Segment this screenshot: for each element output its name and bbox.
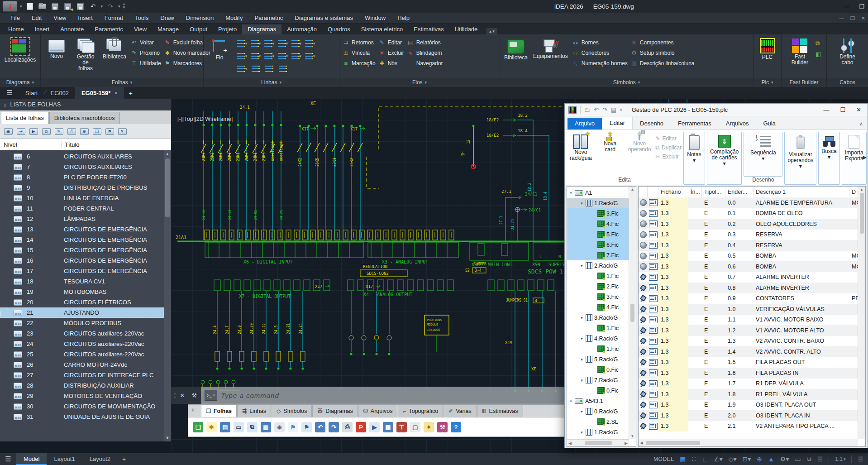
attach-icon-button[interactable]: ⊕: [79, 126, 90, 137]
plc-tab-guia[interactable]: Guia: [756, 118, 782, 129]
line-type-10-button[interactable]: ▾: [276, 50, 290, 62]
palette-grip-icon[interactable]: ⣿: [4, 102, 7, 107]
ribbon-tab[interactable]: Insert: [29, 24, 55, 34]
crosshair-icon[interactable]: ⊕: [757, 455, 762, 463]
tree-item[interactable]: ▾5.Rack/G: [567, 354, 629, 364]
command-wrench-icon[interactable]: ⚒: [187, 387, 201, 404]
sheet-row[interactable]: 19MOTOBOMBAS: [0, 287, 164, 297]
paint-icon[interactable]: ◧: [816, 51, 821, 58]
dock-tab-Diagramas[interactable]: 器Diagramas: [312, 405, 358, 417]
group-label-cabos[interactable]: Cabos: [827, 78, 868, 87]
operand-row[interactable]: 1.3E1.3V2 AVVIC. CONTR. BAIXO: [639, 336, 858, 347]
menu-item[interactable]: Parametric: [248, 13, 289, 24]
dock-tab-Linhas[interactable]: ⇶Linhas: [237, 405, 271, 417]
save-icon[interactable]: [50, 2, 60, 11]
line-type-9-button[interactable]: ▾: [262, 50, 276, 62]
doc-restore-icon[interactable]: ❐: [850, 15, 855, 21]
plc-open-icon[interactable]: 🗀: [584, 106, 590, 113]
plc-close-button[interactable]: ✕: [856, 106, 861, 113]
tree-item[interactable]: 1.Fic: [567, 271, 629, 281]
pdf-icon-button[interactable]: P: [356, 422, 366, 432]
sheet-row[interactable]: 25CIRCUITOS auxiliares-220Vac: [0, 349, 164, 360]
plc-maximize-button[interactable]: ☐: [840, 106, 845, 113]
new-tab-button[interactable]: +: [124, 87, 138, 99]
menu-item[interactable]: Diagramas e sistemas: [289, 13, 359, 24]
forward-icon-button[interactable]: ↷: [329, 422, 339, 432]
sheet-row[interactable]: 17CIRCUITOS DE EMERGÊNCIA: [0, 266, 164, 276]
gestao-de-folhas-button[interactable]: Gestão de folhas: [72, 36, 99, 72]
nova-card-button[interactable]: ★ Nova card: [597, 132, 624, 153]
sheet-row[interactable]: 13CIRCUITOS DE EMERGÊNCIA: [0, 224, 164, 235]
sheet-row[interactable]: 6CIRCUITOS AUXILIARES: [0, 151, 164, 162]
novo-button[interactable]: Novo: [43, 36, 70, 60]
tree-item[interactable]: ▾A1: [567, 187, 629, 198]
doc-tabs-menu-icon[interactable]: ☰: [0, 87, 19, 99]
equipamentos-button[interactable]: Equipamentos: [532, 36, 569, 60]
attach-icon-button[interactable]: ⊕: [274, 422, 285, 432]
doc-minimize-icon[interactable]: —: [839, 15, 844, 21]
edit-wire-icon-button[interactable]: ✎Editar: [378, 38, 404, 47]
scroll-thumb[interactable]: [165, 158, 170, 217]
tree-item[interactable]: ▾4.Rack/G: [567, 333, 629, 344]
busca-button[interactable]: Busca ▾: [818, 132, 839, 185]
plc-delete-button[interactable]: ✄Excluir: [655, 153, 682, 160]
menu-item[interactable]: Edit: [26, 13, 48, 24]
line-type-11-button[interactable]: ▾: [290, 50, 303, 62]
status-menu-icon[interactable]: ☰: [0, 455, 16, 463]
minimize-button[interactable]: —: [843, 3, 849, 10]
line-type-1-button[interactable]: ▾: [235, 37, 249, 50]
sheet-row[interactable]: 20CIRCUITOS ELÉTRICOS: [0, 297, 164, 307]
print-icon-button[interactable]: ⎙: [66, 126, 77, 137]
components-icon-button[interactable]: ✕Componentes: [630, 38, 695, 47]
operand-row[interactable]: 1.3E1.8R1 PREL. VÁLVULA: [639, 389, 858, 400]
line-type-12-button[interactable]: ▾: [303, 50, 317, 62]
operand-row[interactable]: 1.3E0.2ÓLEO AQUECEDORES: [639, 219, 858, 230]
terminal-numbering-icon-button[interactable]: ¹₂Numeração bornes: [572, 59, 628, 68]
sheet-row[interactable]: 31UNIDADE DE AJUSTE DE GUIA: [0, 412, 164, 422]
layout-tab-Model[interactable]: Model: [16, 453, 47, 465]
operand-row[interactable]: 1.3E0.5BOMBAMO: [639, 251, 858, 262]
connectors-icon-button[interactable]: ∩∩Conectores: [572, 48, 628, 58]
new-sheet-icon-button[interactable]: ▣: [3, 126, 14, 137]
plc-redo-icon[interactable]: ↷: [602, 106, 607, 113]
preview-sheet-icon-button[interactable]: ▶: [28, 126, 39, 137]
operand-row[interactable]: 1.3E1.9O3 IDENT. PLACA OUT: [639, 400, 858, 411]
save-as-icon[interactable]: [63, 2, 73, 11]
new-sheet-star-icon-button[interactable]: ✱: [206, 422, 217, 432]
clean-screen-icon[interactable]: ⧉: [807, 455, 811, 463]
dock-tab-Topográfico[interactable]: ⌐Topográfico: [398, 405, 443, 417]
tab-lista-de-folhas[interactable]: Lista de folhas: [1, 112, 49, 124]
table-vscrollbar[interactable]: ▲: [858, 187, 865, 439]
menu-item[interactable]: Draw: [154, 13, 180, 24]
operand-row[interactable]: 1.3E0.6BOMBAMO: [639, 261, 858, 272]
status-customize-icon[interactable]: ☰: [858, 455, 863, 463]
monitor-icon[interactable]: ▭: [795, 455, 801, 463]
new-folder-icon-button[interactable]: ❏: [193, 422, 203, 432]
command-input[interactable]: >_▾ Type a command: [201, 387, 566, 404]
tree-item[interactable]: ▾1.Rack/G: [567, 427, 629, 437]
operand-row[interactable]: 1.3E1.5FILA PLACAS OUT: [639, 357, 858, 368]
group-label-fast-builder[interactable]: Fast Builder: [782, 78, 826, 87]
sheet-row[interactable]: 15CIRCUITOS DE EMERGÊNCIA: [0, 245, 164, 255]
ribbon-tab[interactable]: Parametric: [89, 24, 129, 34]
iso-icon[interactable]: ◇▾: [729, 455, 737, 463]
sheet-row[interactable]: 23CIRCUITOS auxiliares-220Vac: [0, 328, 164, 339]
tsquare-icon-button[interactable]: ⊤Utilidade: [130, 59, 161, 68]
sheet-row[interactable]: 11PODER CENTRAL: [0, 203, 164, 214]
line-type-5-button[interactable]: ▾: [290, 37, 303, 50]
new-file-icon[interactable]: [25, 2, 35, 11]
edit-sheet-icon-button[interactable]: ✎: [53, 126, 64, 137]
insert-sheet-icon-button[interactable]: ⇥: [15, 126, 26, 137]
plc-undo-icon[interactable]: ↶: [594, 106, 599, 113]
menu-item[interactable]: Modify: [219, 13, 248, 24]
shield-wire-icon-button[interactable]: ∿Blindagem: [407, 48, 443, 58]
tree-item[interactable]: ▾7.Rack/G: [567, 375, 629, 385]
operand-row[interactable]: 1.3E2.1V2 ANTEPARA TIPO PLACA ...: [639, 421, 858, 432]
qat-customize-icon[interactable]: ▾: [123, 4, 125, 10]
group-label-folhas[interactable]: Folhas▾: [41, 78, 203, 87]
ribbon-tab[interactable]: Automação: [281, 24, 322, 34]
tree-item[interactable]: 2.Fic: [567, 281, 629, 292]
menu-item[interactable]: Tools: [129, 13, 154, 24]
print-icon[interactable]: [76, 2, 86, 11]
dock-tab-Estimativas[interactable]: ‖‖Estimativas: [477, 405, 523, 417]
